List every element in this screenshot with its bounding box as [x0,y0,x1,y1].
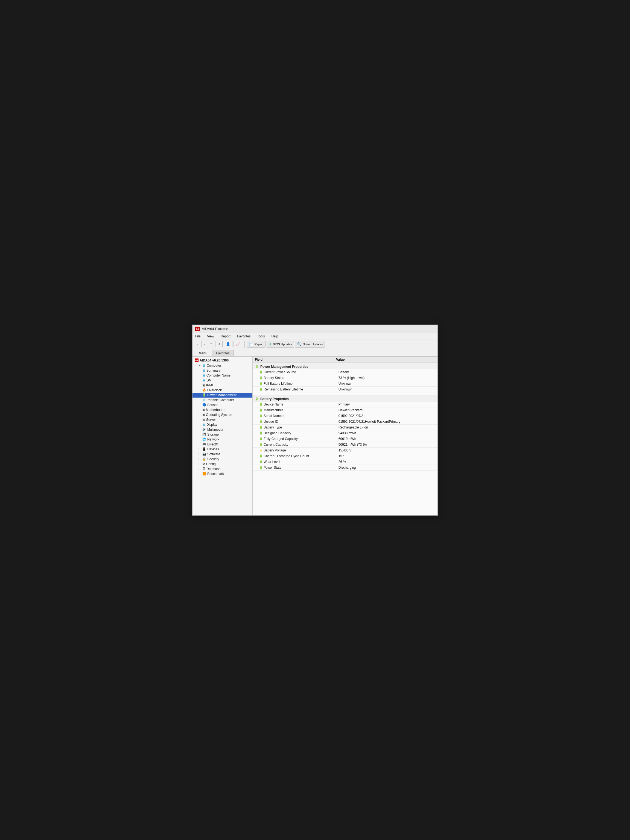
sidebar-item-os[interactable]: › ⊞ Operating System [193,412,253,417]
sidebar-label-network: Network [207,437,219,441]
field-current-capacity: 🔋 Current Capacity [259,443,338,447]
sidebar-label-motherboard: Motherboard [206,408,224,412]
sidebar-item-security[interactable]: › 🔒 Security [193,456,253,461]
tab-menu[interactable]: Menu [195,350,212,356]
field-icon-10: 🔋 [259,431,262,434]
row-current-capacity: 🔋 Current Capacity 50921 mWh (73 %) [253,442,437,448]
expand-arrow-st: › [199,433,201,436]
sidebar-label-database: Database [207,467,220,471]
sidebar-item-display[interactable]: › 🖥 Display [193,422,253,427]
value-current-power-source: Battery [338,370,435,374]
sidebar-item-benchmark[interactable]: › 🟧 Benchmark [193,471,253,476]
overclock-icon: 🔥 [202,388,206,392]
sidebar-label-portable: Portable Computer [207,398,234,402]
field-icon-7: 🔋 [259,414,262,417]
field-unique-id: 🔋 Unique ID [259,420,338,423]
value-battery-status: 73 % (High Level) [338,376,435,380]
up-button[interactable]: ^ [208,341,214,347]
app-version-icon: 64 [195,358,199,362]
bios-updates-button[interactable]: ⬇ BIOS Updates [267,341,294,347]
value-wear-level: 26 % [338,460,435,464]
storage-icon: 💾 [202,433,206,436]
row-manufacturer: 🔋 Manufacturer Hewlett-Packard [253,407,437,413]
sidebar-item-motherboard[interactable]: › ⊞ Motherboard [193,407,253,412]
column-value: Value [336,358,435,362]
field-serial-number: 🔋 Serial Number [259,414,338,418]
value-unique-id: 01592 2021/07/21Hewlett-PackardPrimary [338,420,435,423]
sidebar-item-software[interactable]: › 📷 Software [193,452,253,456]
sidebar-item-config[interactable]: › ⚙ Config [193,461,253,466]
menu-bar: File View Report Favorites Tools Help [193,333,437,340]
menu-file[interactable]: File [194,334,202,339]
report-label: Report [254,343,264,346]
sidebar-label-software: Software [207,452,220,456]
sidebar-item-devices[interactable]: › 📱 Devices [193,447,253,452]
menu-help[interactable]: Help [270,334,279,339]
field-battery-voltage: ⚡ Battery Voltage [259,448,338,452]
multimedia-icon: 🔊 [202,428,206,431]
row-designed-capacity: 🔋 Designed Capacity 94338 mWh [253,430,437,436]
computer-name-icon: 🖥 [202,374,205,377]
field-cycle-count: 🔋 Charge-Discharge Cycle Count [259,454,338,458]
sidebar-item-ipmi[interactable]: ▣ IPMI [193,383,253,388]
field-manufacturer: 🔋 Manufacturer [259,408,338,412]
sidebar-item-server[interactable]: › ▤ Server [193,417,253,422]
toolbar: ‹ › ^ ↺ 👤 📈 📄 Report ⬇ BIOS Updates 🔍 Dr… [193,340,437,349]
sidebar-item-sensor[interactable]: 🔵 Sensor [193,403,253,407]
field-icon-13: ⚡ [259,449,262,452]
chart-button[interactable]: 📈 [234,341,242,347]
menu-view[interactable]: View [206,334,215,339]
sidebar-item-overclock[interactable]: 🔥 Overclock [193,388,253,393]
sidebar-item-storage[interactable]: › 💾 Storage [193,432,253,437]
row-current-power-source: 🔋 Current Power Source Battery [253,369,437,375]
software-icon: 📷 [202,452,206,456]
driver-icon: 🔍 [297,342,302,346]
report-icon: 📄 [249,342,253,346]
forward-button[interactable]: › [201,341,207,347]
tab-favorites[interactable]: Favorites [212,350,234,356]
value-designed-capacity: 94338 mWh [338,431,435,435]
expand-arrow-dx: › [199,443,201,446]
menu-favorites[interactable]: Favorites [236,334,251,339]
sidebar-item-power-management[interactable]: 🔋 Power Management [193,393,253,398]
value-remaining-battery-lifetime: Unknown [338,387,435,391]
sidebar-item-portable-computer[interactable]: 🖥 Portable Computer [193,398,253,403]
sidebar-item-computer[interactable]: ▼ 🖥 Computer [193,363,253,368]
sidebar-item-multimedia[interactable]: › 🔊 Multimedia [193,427,253,432]
section-title-power: Power Management Properties [260,365,308,369]
sidebar-item-directx[interactable]: › 🎮 DirectX [193,442,253,447]
report-button[interactable]: 📄 Report [247,341,265,347]
field-icon-11: 🔋 [259,437,262,440]
menu-tools[interactable]: Tools [256,334,266,339]
menu-report[interactable]: Report [219,334,232,339]
section-bat-icon-2: 🔋 [255,397,259,401]
field-icon-14: 🔋 [259,455,262,458]
sidebar-label-directx: DirectX [207,442,218,446]
sidebar-item-dmi[interactable]: 🖥 DMI [193,378,253,383]
sidebar-item-network[interactable]: › 🌐 Network [193,437,253,442]
section-battery-properties: 🔋 Battery Properties [253,395,437,402]
sidebar-item-computer-name[interactable]: 🖥 Computer Name [193,373,253,378]
sidebar-label-config: Config [206,462,216,466]
expand-arrow-sw: › [199,453,201,456]
sidebar-version: 64 AIDA64 v6.20.5300 [193,358,253,363]
expand-arrow-bm: › [199,472,201,475]
field-icon-15: 🔋 [259,460,262,463]
devices-icon: 📱 [202,447,206,451]
sidebar-label-overclock: Overclock [207,388,222,392]
field-icon-6: 🔋 [259,409,262,412]
user-button[interactable]: 👤 [224,341,232,347]
sidebar-item-summary[interactable]: 🖥 Summary [193,368,253,373]
section-bat-icon-1: 🔋 [255,365,259,368]
sidebar-label-storage: Storage [207,433,219,436]
driver-updates-button[interactable]: 🔍 Driver Updates [295,341,325,347]
sensor-icon: 🔵 [202,403,206,407]
field-wear-level: 🔋 Wear Level [259,460,338,464]
field-current-power-source: 🔋 Current Power Source [259,370,338,374]
back-button[interactable]: ‹ [195,341,200,347]
sidebar-item-database[interactable]: › 🗄 Database [193,466,253,471]
field-power-state: 🔋 Power State [259,466,338,469]
main-window: 64 AIDA64 Extreme File View Report Favor… [192,325,438,516]
refresh-button[interactable]: ↺ [215,341,223,347]
row-battery-voltage: ⚡ Battery Voltage 15.433 V [253,448,437,453]
